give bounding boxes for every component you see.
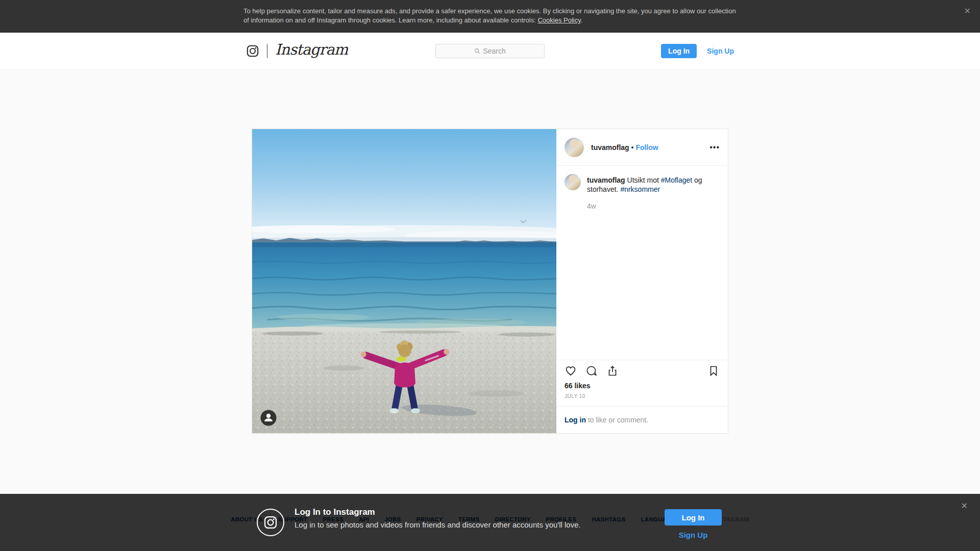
share-button[interactable] <box>606 365 619 377</box>
cookie-message-suffix: . <box>581 16 583 24</box>
login-banner: Log In to Instagram Log in to see photos… <box>0 494 980 551</box>
login-prompt-link[interactable]: Log in <box>565 416 586 424</box>
caption-avatar[interactable] <box>565 174 581 190</box>
username-separator: • <box>629 143 636 152</box>
banner-close-icon[interactable]: ✕ <box>961 502 968 510</box>
cookie-message: To help personalize content, tailor and … <box>243 0 737 25</box>
banner-login-button[interactable]: Log In <box>665 509 722 525</box>
search-input[interactable]: Search <box>435 44 545 58</box>
bookmark-icon <box>707 365 720 377</box>
post-photo[interactable] <box>252 129 556 433</box>
caption-username[interactable]: tuvamoflag <box>587 176 625 184</box>
instagram-logo[interactable]: Instagram <box>246 42 348 59</box>
hashtag-nrksommer[interactable]: #nrksommer <box>620 185 660 193</box>
save-button[interactable] <box>707 365 720 377</box>
avatar[interactable] <box>565 138 584 157</box>
banner-signup-link[interactable]: Sign Up <box>665 531 722 539</box>
caption-row: tuvamoflag Utsikt mot #Moflaget og storh… <box>565 174 720 194</box>
instagram-circle-logo <box>257 509 284 536</box>
comments-section: tuvamoflag Utsikt mot #Moflaget og storh… <box>556 166 728 360</box>
post-header: tuvamoflag • Follow ••• <box>556 129 728 166</box>
caption-text: tuvamoflag Utsikt mot #Moflaget og storh… <box>587 174 720 194</box>
like-button[interactable] <box>565 365 577 377</box>
search-icon <box>474 48 480 54</box>
instagram-wordmark: Instagram <box>275 42 348 59</box>
post-panel: tuvamoflag • Follow ••• tuvamoflag Utsik… <box>556 129 728 433</box>
comment-button[interactable] <box>585 365 598 377</box>
comment-icon <box>585 365 598 377</box>
likes-count[interactable]: 66 likes <box>556 382 728 390</box>
instagram-camera-icon <box>246 44 259 58</box>
logo-divider <box>267 44 267 58</box>
hashtag-moflaget[interactable]: #Moflaget <box>661 176 692 184</box>
login-prompt-text: to like or comment. <box>586 416 648 424</box>
login-button[interactable]: Log In <box>661 44 697 58</box>
heart-icon <box>565 365 577 377</box>
post-date: JULY 10 <box>556 393 728 399</box>
close-icon[interactable]: ✕ <box>964 7 971 15</box>
site-header: Instagram Search Log In Sign Up <box>0 33 980 69</box>
signup-link[interactable]: Sign Up <box>707 47 734 55</box>
login-banner-subtitle: Log in to see photos and videos from fri… <box>295 520 581 529</box>
share-icon <box>606 365 619 377</box>
comment-login-prompt[interactable]: Log in to like or comment. <box>556 406 728 433</box>
caption-text-1: Utsikt mot <box>625 176 661 184</box>
search-placeholder: Search <box>483 47 505 55</box>
cookie-message-text: To help personalize content, tailor and … <box>243 7 736 24</box>
post-timestamp: 4w <box>587 202 720 210</box>
actions-row <box>556 360 728 377</box>
cookies-policy-link[interactable]: Cookies Policy <box>537 16 580 24</box>
post-card: tuvamoflag • Follow ••• tuvamoflag Utsik… <box>252 129 728 434</box>
login-banner-title: Log In to Instagram <box>295 507 581 517</box>
more-options-icon[interactable]: ••• <box>709 141 720 154</box>
tagged-people-icon[interactable] <box>260 410 277 426</box>
instagram-camera-icon <box>263 515 278 530</box>
post-username[interactable]: tuvamoflag <box>591 143 629 152</box>
cookie-banner: To help personalize content, tailor and … <box>0 0 980 33</box>
follow-link[interactable]: Follow <box>635 143 658 152</box>
beach-photo <box>252 129 556 433</box>
